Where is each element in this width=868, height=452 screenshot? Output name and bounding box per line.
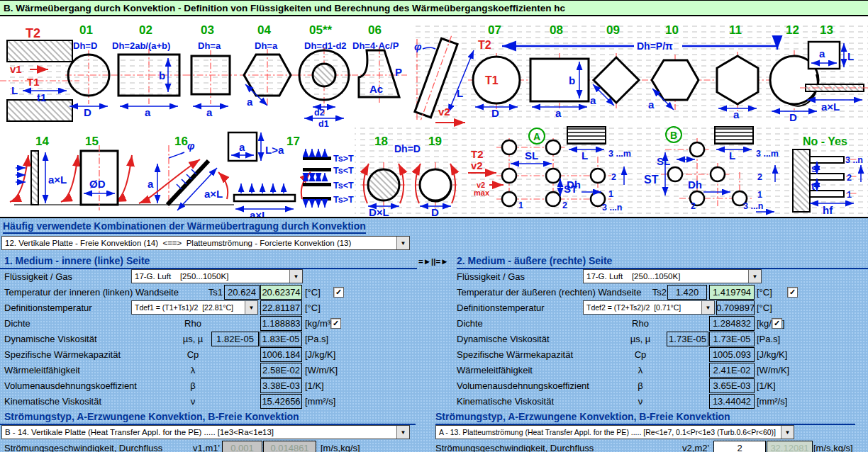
svg-text:d1: d1 xyxy=(318,119,329,129)
deftemp-label: Definitionstemperatur xyxy=(457,303,545,313)
combination-dropdown-value: 12. Vertikale Platte - Freie Konvektion … xyxy=(2,239,396,247)
mu2-input-cell[interactable]: 1.73E-05 xyxy=(667,332,708,346)
svg-text:D×L: D×L xyxy=(369,206,389,217)
flowtype1-dropdown-value: B - 14. Vertikale Platte (Heat Transfer … xyxy=(2,428,396,436)
svg-text:a×L: a×L xyxy=(250,209,268,217)
tdef2-dropdown-value: Tdef2 = (T2+Ts2)/2 [0.71°C] xyxy=(584,303,701,312)
symbol-nu: ν xyxy=(163,396,223,407)
chevron-down-icon[interactable]: ▼ xyxy=(701,301,714,314)
v2-input-cell[interactable]: 2 xyxy=(713,441,766,452)
flowtype2-dropdown[interactable]: A - 13. Platteumströmung (Heat Transfer … xyxy=(435,425,794,439)
tdef2-dropdown[interactable]: Tdef2 = (T2+Ts2)/2 [0.71°C]▼ xyxy=(583,300,715,315)
tdef2-result-cell: 0.709897 xyxy=(716,300,755,315)
shape-17-horizontal-plates: 17 a L>a a×L Ts>T Ts<T Ts<T Ts>T xyxy=(218,132,354,217)
svg-text:a: a xyxy=(648,98,655,111)
svg-text:14: 14 xyxy=(35,135,49,148)
svg-text:05**: 05** xyxy=(309,23,333,37)
svg-text:2: 2 xyxy=(611,172,616,182)
combinations-title: Häufig verwendete Kombinationen der Wärm… xyxy=(3,220,366,234)
ts2-input-cell[interactable]: 1.420 xyxy=(667,285,707,300)
unit: [Pa.s] xyxy=(757,334,780,344)
svg-text:2: 2 xyxy=(691,201,696,211)
flowtype1-dropdown[interactable]: B - 14. Vertikale Platte (Heat Transfer … xyxy=(1,425,410,439)
nu1-cell: 15.42656 xyxy=(260,394,302,409)
svg-text:10: 10 xyxy=(665,23,679,37)
chevron-down-icon[interactable]: ▼ xyxy=(245,301,257,314)
unit: [J/kg/K] xyxy=(305,349,335,360)
svg-text:2: 2 xyxy=(757,172,762,182)
mu1-input-cell[interactable]: 1.82E-05 xyxy=(211,332,259,346)
svg-text:a×L: a×L xyxy=(204,188,223,200)
svg-text:1: 1 xyxy=(847,190,852,200)
svg-text:3 ...m: 3 ...m xyxy=(608,149,631,159)
chevron-down-icon[interactable]: ▼ xyxy=(396,426,409,439)
svg-text:13: 13 xyxy=(820,23,833,37)
svg-text:ST: ST xyxy=(644,174,659,186)
ts2-checkbox[interactable]: ✓ xyxy=(787,287,798,298)
unit: [1/K] xyxy=(305,380,324,391)
svg-text:1: 1 xyxy=(518,200,523,210)
label-v1: v1 xyxy=(10,63,22,75)
chevron-down-icon[interactable]: ▼ xyxy=(396,237,409,249)
fluid1-dropdown[interactable]: 17-G. Luft [250...1050K]▼ xyxy=(131,269,303,283)
density1-checkbox[interactable]: ✓ xyxy=(330,318,341,329)
density2-checkbox[interactable]: ✓ xyxy=(772,318,782,329)
svg-text:06: 06 xyxy=(368,23,382,37)
flowtype-title: Strömungstyp, A-Erzwungene Konvektion, B… xyxy=(4,411,299,422)
fluid-label: Flüssigkeit / Gas xyxy=(4,271,72,282)
svg-text:L: L xyxy=(457,87,463,99)
chevron-down-icon[interactable]: ▼ xyxy=(781,426,794,439)
beta-label: Volumenausdehnungskoeffizient xyxy=(457,380,589,391)
v1-input-cell[interactable]: 0.001 xyxy=(222,441,262,452)
svg-text:D: D xyxy=(789,111,797,123)
svg-text:s: s xyxy=(811,162,817,174)
ts1-checkbox[interactable]: ✓ xyxy=(333,287,344,298)
flowtype-title: Strömungstyp, A-Erzwungene Konvektion, B… xyxy=(435,411,730,422)
fluid2-dropdown-value: 17-G. Luft [250...1050K] xyxy=(584,272,748,281)
ts1-input-cell[interactable]: 20.624 xyxy=(224,285,260,300)
shape-06-irregular-duct: 06 Dh=4·Ac/P Ac P xyxy=(352,23,407,103)
svg-text:a: a xyxy=(819,47,825,60)
shape-14-vertical-plate: 14 a×L xyxy=(10,135,67,205)
svg-text:a: a xyxy=(247,96,253,108)
ts1-result-cell: 20.62374 xyxy=(260,285,302,300)
unit: [mm²/s] xyxy=(305,396,335,407)
svg-text:3 ...m: 3 ...m xyxy=(756,149,779,159)
svg-text:L: L xyxy=(582,149,588,162)
svg-text:ØD: ØD xyxy=(89,178,106,190)
check-icon: ✓ xyxy=(774,320,780,327)
calculation-sheet: Häufig verwendete Kombinationen der Wärm… xyxy=(0,217,868,452)
svg-text:Ts<T: Ts<T xyxy=(333,181,354,191)
fluid2-dropdown[interactable]: 17-G. Luft [250...1050K]▼ xyxy=(583,269,762,283)
chevron-down-icon[interactable]: ▼ xyxy=(289,270,302,283)
unit: [W/m/K] xyxy=(757,365,789,375)
svg-text:Dh=2ab/(a+b): Dh=2ab/(a+b) xyxy=(112,40,170,51)
svg-text:Dh=a: Dh=a xyxy=(255,40,278,51)
svg-text:09: 09 xyxy=(606,23,620,37)
svg-text:19: 19 xyxy=(428,135,442,148)
check-icon: ✓ xyxy=(789,288,796,296)
svg-text:a: a xyxy=(206,106,213,118)
svg-text:Dh: Dh xyxy=(688,179,702,191)
density1-cell: 1.188883 xyxy=(260,316,302,331)
unit: [1/K] xyxy=(757,380,776,391)
symbol-beta: β xyxy=(612,380,669,391)
density2-cell: 1.284832 xyxy=(709,316,755,331)
chevron-down-icon[interactable]: ▼ xyxy=(748,270,761,283)
check-icon: ✓ xyxy=(335,288,342,296)
combination-dropdown[interactable]: 12. Vertikale Platte - Freie Konvektion … xyxy=(1,236,410,250)
medium2-title: 2. Medium - äußere (rechte) Seite xyxy=(457,255,612,266)
svg-text:Dh=P/π: Dh=P/π xyxy=(637,40,673,52)
svg-text:v2: v2 xyxy=(471,159,483,171)
beta2-cell: 3.65E-03 xyxy=(709,378,755,393)
symbol-rho: Rho xyxy=(163,318,223,329)
svg-text:1: 1 xyxy=(757,190,762,200)
svg-text:d2: d2 xyxy=(314,108,325,118)
tdef1-dropdown[interactable]: Tdef1 = (T1+Ts1)/2 [22.81°C]▼ xyxy=(131,300,258,315)
svg-text:SL: SL xyxy=(525,149,538,162)
svg-text:B: B xyxy=(670,130,677,141)
shape-04-hexagon: 04 Dh=a a xyxy=(240,23,295,108)
flow-divider-symbol: =►||=► xyxy=(418,257,449,266)
svg-text:01: 01 xyxy=(79,23,93,37)
symbol-lambda: λ xyxy=(612,365,669,375)
